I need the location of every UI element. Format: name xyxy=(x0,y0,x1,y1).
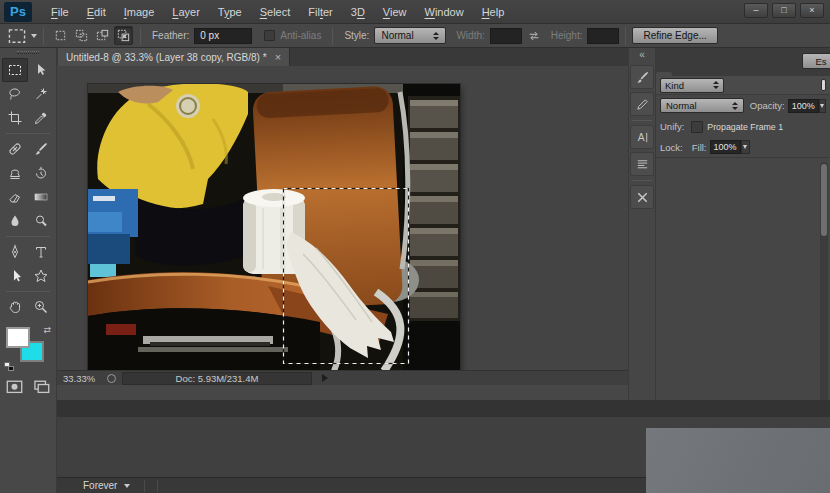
hand-tool[interactable] xyxy=(2,295,28,319)
default-colors-icon[interactable] xyxy=(4,362,14,371)
tab-close-icon[interactable]: × xyxy=(275,51,281,63)
paragraph-panel-icon[interactable] xyxy=(630,152,654,176)
maximize-button[interactable]: □ xyxy=(772,3,796,18)
scrollbar-thumb[interactable] xyxy=(821,164,827,236)
timeline-options-icon[interactable] xyxy=(61,479,79,493)
zoom-tool[interactable] xyxy=(28,295,54,319)
blend-mode-select[interactable]: Normal xyxy=(660,98,744,113)
canvas-image[interactable] xyxy=(88,84,460,371)
divider xyxy=(332,27,333,45)
filter-toggle-switch[interactable] xyxy=(821,79,826,91)
tool-presets-panel-icon[interactable] xyxy=(630,185,654,209)
new-selection-mode-button[interactable] xyxy=(51,26,70,45)
document-tab-strip: Untitled-8 @ 33.3% (Layer 38 copy, RGB/8… xyxy=(57,48,628,66)
antialias-checkbox[interactable] xyxy=(264,30,275,41)
brush-presets-panel-icon[interactable] xyxy=(630,92,654,116)
style-value: Normal xyxy=(381,30,413,41)
document-size-field[interactable]: Doc: 5.93M/231.4M xyxy=(122,372,312,385)
foreground-color-swatch[interactable] xyxy=(6,327,30,348)
clone-stamp-tool[interactable] xyxy=(2,161,28,185)
menu-filter[interactable]: Filter xyxy=(299,2,341,22)
screen-mode-button[interactable] xyxy=(31,379,52,394)
opacity-label: Opacity: xyxy=(750,100,785,111)
eyedropper-tool[interactable] xyxy=(28,106,54,130)
refine-edge-button[interactable]: Refine Edge... xyxy=(632,27,717,44)
height-input[interactable] xyxy=(587,28,619,44)
subtract-selection-mode-button[interactable] xyxy=(93,26,112,45)
lock-row: Lock: Fill: 100% xyxy=(656,137,830,158)
fill-dropdown-button[interactable] xyxy=(741,140,750,154)
lasso-tool[interactable] xyxy=(2,82,28,106)
window-controls: –□× xyxy=(744,3,824,18)
toolbar-handle[interactable] xyxy=(17,51,39,54)
menu-view[interactable]: View xyxy=(374,2,416,22)
width-label: Width: xyxy=(456,30,484,41)
custom-shape-tool[interactable] xyxy=(28,264,54,288)
expand-panels-icon[interactable]: « xyxy=(629,48,655,62)
add-selection-mode-button[interactable] xyxy=(72,26,91,45)
tool-preset-caret-icon[interactable] xyxy=(31,34,37,38)
path-selection-tool[interactable] xyxy=(2,264,28,288)
feather-label: Feather: xyxy=(152,30,189,41)
close-button[interactable]: × xyxy=(800,3,824,18)
swap-colors-icon[interactable]: ⇄ xyxy=(43,325,51,335)
toolbar-divider xyxy=(6,291,50,292)
opacity-input[interactable]: 100% xyxy=(788,99,819,113)
menu-layer[interactable]: Layer xyxy=(163,2,209,22)
loop-count-select[interactable]: Forever xyxy=(83,480,130,491)
svg-text:A: A xyxy=(637,132,644,143)
status-menu-arrow-icon[interactable] xyxy=(322,374,328,382)
history-brush-tool[interactable] xyxy=(28,161,54,185)
width-input[interactable] xyxy=(490,28,522,44)
workspace-button[interactable]: Es xyxy=(802,53,830,69)
menu-window[interactable]: Window xyxy=(416,2,473,22)
active-tool-icon xyxy=(6,27,28,45)
menu-edit[interactable]: Edit xyxy=(78,2,115,22)
healing-brush-tool[interactable] xyxy=(2,137,28,161)
blend-mode-value: Normal xyxy=(666,100,697,111)
menu-image[interactable]: Image xyxy=(115,2,164,22)
dodge-tool[interactable] xyxy=(28,209,54,233)
type-tool[interactable] xyxy=(28,240,54,264)
blur-tool[interactable] xyxy=(2,209,28,233)
move-tool[interactable] xyxy=(28,58,54,82)
unify-label: Unify: xyxy=(660,121,684,132)
menu-select[interactable]: Select xyxy=(251,2,300,22)
tab-layers[interactable] xyxy=(656,72,672,76)
menu-bar: Ps FileEditImageLayerTypeSelectFilter3DV… xyxy=(0,0,830,24)
propagate-checkbox[interactable] xyxy=(691,121,703,133)
crop-tool[interactable] xyxy=(2,106,28,130)
brush-panel-icon[interactable] xyxy=(630,65,654,89)
photoshop-logo: Ps xyxy=(4,2,32,22)
opacity-dropdown-button[interactable] xyxy=(819,99,826,113)
menu-3d[interactable]: 3D xyxy=(342,2,374,22)
divider xyxy=(144,480,145,492)
quick-mask-button[interactable] xyxy=(4,379,25,394)
pen-tool[interactable] xyxy=(2,240,28,264)
swap-width-height-icon[interactable] xyxy=(527,29,541,43)
feather-input[interactable]: 0 px xyxy=(194,28,252,44)
fill-input[interactable]: 100% xyxy=(710,140,741,154)
minimize-button[interactable]: – xyxy=(744,3,768,18)
canvas-area: 33.33% Doc: 5.93M/231.4M xyxy=(57,66,628,385)
document-tab[interactable]: Untitled-8 @ 33.3% (Layer 38 copy, RGB/8… xyxy=(58,48,290,66)
divider xyxy=(625,27,626,45)
menu-file[interactable]: File xyxy=(42,2,78,22)
layer-filter-row: Kind xyxy=(656,76,830,95)
eraser-tool[interactable] xyxy=(2,185,28,209)
intersect-selection-mode-button[interactable] xyxy=(114,26,133,45)
style-select[interactable]: Normal xyxy=(374,27,446,44)
zoom-level-field[interactable]: 33.33% xyxy=(63,373,107,384)
gradient-tool[interactable] xyxy=(28,185,54,209)
menu-type[interactable]: Type xyxy=(209,2,251,22)
quick-selection-tool[interactable] xyxy=(28,82,54,106)
lock-label: Lock: xyxy=(660,142,683,153)
tool-options-bar: Feather: 0 px Anti-alias Style: Normal W… xyxy=(0,24,830,48)
brush-tool[interactable] xyxy=(28,137,54,161)
photoshop-window: Ps FileEditImageLayerTypeSelectFilter3DV… xyxy=(0,0,830,493)
dock-divider xyxy=(632,180,652,181)
rectangular-marquee-tool[interactable] xyxy=(2,58,28,82)
character-panel-icon[interactable]: A xyxy=(630,125,654,149)
filter-kind-select[interactable]: Kind xyxy=(660,78,724,93)
menu-help[interactable]: Help xyxy=(473,2,514,22)
